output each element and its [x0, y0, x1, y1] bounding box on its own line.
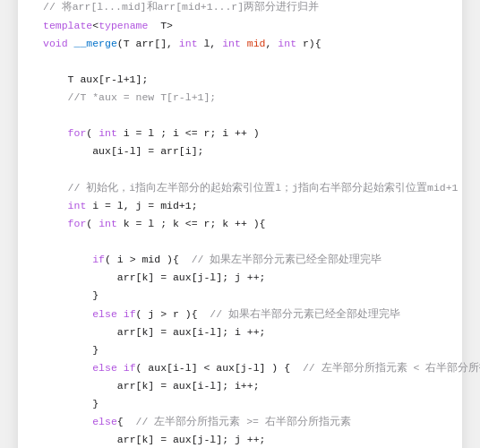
code-card: //五分钟学算法: C++代码实现 // 将arr[l...mid]和arr[m…: [18, 0, 462, 448]
code-content: //五分钟学算法: C++代码实现 // 将arr[l...mid]和arr[m…: [43, 0, 437, 448]
